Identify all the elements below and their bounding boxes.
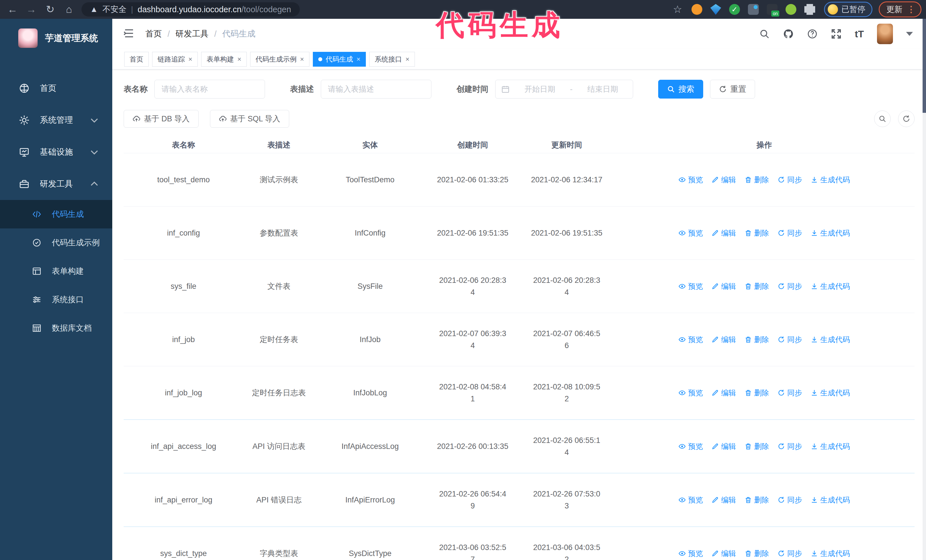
generate-code-link[interactable]: 生成代码 bbox=[811, 227, 850, 239]
user-avatar[interactable] bbox=[877, 24, 893, 44]
preview-link[interactable]: 预览 bbox=[678, 334, 703, 346]
generate-code-link[interactable]: 生成代码 bbox=[811, 334, 850, 346]
address-bar[interactable]: ▲ 不安全 | dashboard.yudao.iocoder.cn/tool/… bbox=[82, 2, 300, 17]
close-icon[interactable]: × bbox=[356, 56, 360, 63]
security-warning-icon[interactable]: ▲ bbox=[90, 5, 98, 14]
generate-code-link[interactable]: 生成代码 bbox=[811, 494, 850, 506]
close-icon[interactable]: × bbox=[406, 56, 409, 63]
sync-link[interactable]: 同步 bbox=[778, 334, 802, 346]
close-icon[interactable]: × bbox=[188, 56, 192, 63]
sidebar-item-infra[interactable]: 基础设施 bbox=[0, 136, 112, 168]
preview-link[interactable]: 预览 bbox=[678, 387, 703, 399]
scrollbar-track[interactable] bbox=[923, 19, 926, 560]
generate-code-link[interactable]: 生成代码 bbox=[811, 548, 850, 559]
sidebar-item-system[interactable]: 系统管理 bbox=[0, 104, 112, 136]
font-size-icon[interactable]: tT bbox=[855, 29, 864, 39]
bookmark-star-icon[interactable]: ☆ bbox=[673, 3, 682, 15]
delete-link[interactable]: 删除 bbox=[744, 334, 769, 346]
generate-code-link[interactable]: 生成代码 bbox=[811, 440, 850, 452]
browser-menu-icon[interactable]: ⋮ bbox=[907, 5, 915, 14]
generate-code-link[interactable]: 生成代码 bbox=[811, 280, 850, 292]
preview-link[interactable]: 预览 bbox=[678, 174, 703, 186]
preview-link[interactable]: 预览 bbox=[678, 494, 703, 506]
sidebar-item-devtools[interactable]: 研发工具 bbox=[0, 168, 112, 200]
generate-code-link[interactable]: 生成代码 bbox=[811, 174, 850, 186]
extension-icon[interactable] bbox=[691, 4, 702, 15]
url-text[interactable]: dashboard.yudao.iocoder.cn/tool/codegen bbox=[138, 5, 291, 14]
extension-icon[interactable]: on bbox=[767, 4, 778, 15]
extension-icon[interactable] bbox=[785, 4, 796, 15]
sync-link[interactable]: 同步 bbox=[778, 440, 802, 452]
sidebar-item-home[interactable]: 首页 bbox=[0, 72, 112, 104]
delete-link[interactable]: 删除 bbox=[744, 494, 769, 506]
import-db-button[interactable]: 基于 DB 导入 bbox=[124, 110, 198, 128]
delete-link[interactable]: 删除 bbox=[744, 548, 769, 559]
search-button[interactable]: 搜索 bbox=[658, 80, 703, 98]
extension-icon[interactable] bbox=[748, 4, 759, 15]
tab-codegen-example[interactable]: 代码生成示例× bbox=[250, 52, 309, 66]
sync-link[interactable]: 同步 bbox=[778, 227, 802, 239]
preview-link[interactable]: 预览 bbox=[678, 548, 703, 559]
tab-home[interactable]: 首页 bbox=[124, 52, 149, 66]
delete-link[interactable]: 删除 bbox=[744, 387, 769, 399]
edit-link[interactable]: 编辑 bbox=[711, 548, 736, 559]
tab-tracing[interactable]: 链路追踪× bbox=[152, 52, 198, 66]
help-icon[interactable] bbox=[807, 29, 818, 39]
sync-link[interactable]: 同步 bbox=[778, 174, 802, 186]
end-date-placeholder[interactable]: 结束日期 bbox=[578, 84, 627, 94]
user-menu-caret-icon[interactable] bbox=[906, 32, 913, 36]
sync-link[interactable]: 同步 bbox=[778, 387, 802, 399]
delete-link[interactable]: 删除 bbox=[744, 280, 769, 292]
preview-link[interactable]: 预览 bbox=[678, 227, 703, 239]
delete-link[interactable]: 删除 bbox=[744, 440, 769, 452]
hide-search-button[interactable] bbox=[874, 110, 891, 127]
tab-system-api[interactable]: 系统接口× bbox=[369, 52, 415, 66]
tab-codegen[interactable]: 代码生成× bbox=[313, 52, 366, 66]
sidebar-item-form-builder[interactable]: 表单构建 bbox=[0, 257, 112, 285]
start-date-placeholder[interactable]: 开始日期 bbox=[516, 84, 564, 94]
extension-icon[interactable] bbox=[729, 4, 740, 15]
edit-link[interactable]: 编辑 bbox=[711, 174, 736, 186]
sync-link[interactable]: 同步 bbox=[778, 494, 802, 506]
fullscreen-icon[interactable] bbox=[831, 29, 842, 39]
sidebar-logo[interactable]: 芋道管理系统 bbox=[0, 19, 112, 48]
edit-link[interactable]: 编辑 bbox=[711, 440, 736, 452]
forward-icon[interactable]: → bbox=[23, 4, 39, 15]
scrollbar-thumb[interactable] bbox=[923, 19, 926, 113]
sidebar-item-system-api[interactable]: 系统接口 bbox=[0, 285, 112, 314]
preview-link[interactable]: 预览 bbox=[678, 280, 703, 292]
sidebar-collapse-icon[interactable] bbox=[123, 27, 135, 41]
edit-link[interactable]: 编辑 bbox=[711, 494, 736, 506]
delete-link[interactable]: 删除 bbox=[744, 174, 769, 186]
browser-update-button[interactable]: 更新 ⋮ bbox=[879, 2, 921, 17]
back-icon[interactable]: ← bbox=[5, 4, 21, 15]
profile-paused-badge[interactable]: 已暂停 bbox=[824, 2, 872, 17]
sidebar-item-codegen-example[interactable]: 代码生成示例 bbox=[0, 228, 112, 257]
github-icon[interactable] bbox=[783, 29, 794, 39]
sync-link[interactable]: 同步 bbox=[778, 548, 802, 559]
search-icon[interactable] bbox=[759, 29, 770, 39]
preview-link[interactable]: 预览 bbox=[678, 440, 703, 452]
edit-link[interactable]: 编辑 bbox=[711, 280, 736, 292]
import-sql-button[interactable]: 基于 SQL 导入 bbox=[210, 110, 289, 128]
security-label[interactable]: 不安全 bbox=[103, 4, 127, 15]
extension-icon[interactable] bbox=[710, 4, 721, 15]
sidebar-item-codegen[interactable]: 代码生成 bbox=[0, 200, 112, 228]
sync-link[interactable]: 同步 bbox=[778, 280, 802, 292]
puzzle-extensions-icon[interactable] bbox=[804, 4, 815, 15]
refresh-table-button[interactable] bbox=[898, 110, 915, 127]
date-range-picker[interactable]: 开始日期 - 结束日期 bbox=[495, 80, 633, 98]
generate-code-link[interactable]: 生成代码 bbox=[811, 387, 850, 399]
reset-button[interactable]: 重置 bbox=[710, 80, 755, 98]
reload-icon[interactable]: ↻ bbox=[42, 4, 58, 15]
close-icon[interactable]: × bbox=[300, 56, 304, 63]
breadcrumb-item[interactable]: 研发工具 bbox=[176, 28, 209, 39]
table-name-input[interactable] bbox=[154, 80, 265, 98]
delete-link[interactable]: 删除 bbox=[744, 227, 769, 239]
edit-link[interactable]: 编辑 bbox=[711, 334, 736, 346]
sidebar-item-db-doc[interactable]: 数据库文档 bbox=[0, 314, 112, 343]
home-icon[interactable]: ⌂ bbox=[61, 4, 77, 15]
tab-form-builder[interactable]: 表单构建× bbox=[201, 52, 247, 66]
edit-link[interactable]: 编辑 bbox=[711, 227, 736, 239]
close-icon[interactable]: × bbox=[238, 56, 241, 63]
